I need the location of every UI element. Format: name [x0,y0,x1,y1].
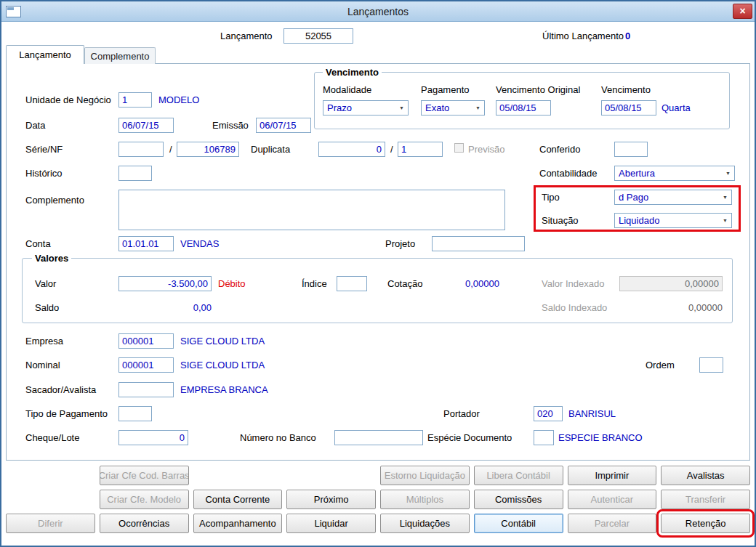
button-imprimir[interactable]: Imprimir [568,466,657,485]
button-libera-contabil: Libera Contábil [474,466,563,485]
historico-label: Histórico [25,169,63,179]
situacao-select[interactable]: Liquidado ▼ [614,213,732,228]
button-retencao[interactable]: Retenção [661,514,750,533]
nf-input[interactable] [177,142,239,157]
emissao-input[interactable] [256,118,311,133]
previsao-label: Previsão [468,145,505,155]
data-input[interactable] [118,118,174,133]
cotacao-label: Cotação [387,279,422,289]
duplicata2-input[interactable] [398,142,443,157]
serie-input[interactable] [118,142,164,157]
pagamento-value: Exato [425,102,449,113]
pagamento-select[interactable]: Exato ▼ [421,100,485,116]
saldo-indexado-label: Saldo Indexado [542,303,607,313]
valor-label: Valor [35,279,56,289]
especie-documento-desc: ESPECIE BRANCO [558,433,643,443]
window-title: Lançamentos [1,6,755,17]
button-acompanhamento[interactable]: Acompanhamento [193,514,283,533]
button-liquidar[interactable]: Liquidar [286,514,376,533]
duplicata-separator: / [390,145,393,155]
button-parcelar: Parcelar [568,514,657,533]
duplicata-label: Duplicata [251,145,290,155]
nominal-desc: SIGE CLOUD LTDA [180,360,265,370]
tab-complemento[interactable]: Complemento [84,47,156,64]
nominal-input[interactable] [118,357,174,373]
button-conta-corrente[interactable]: Conta Corrente [193,490,283,509]
sacador-avalista-input[interactable] [118,382,174,397]
pagamento-label: Pagamento [421,85,470,95]
projeto-input[interactable] [432,236,525,251]
valor-debito-tag: Débito [218,279,246,289]
titlebar[interactable]: Lançamentos × [1,1,755,22]
chevron-down-icon: ▼ [719,218,731,223]
modalidade-value: Prazo [327,102,352,113]
nominal-label: Nominal [25,360,60,370]
cotacao-value: 0,00000 [465,279,499,289]
portador-input[interactable] [534,406,563,421]
saldo-value: 0,00 [178,303,212,313]
empresa-input[interactable] [118,333,174,349]
empresa-label: Empresa [25,336,63,347]
vencimento-input[interactable] [601,100,656,116]
modalidade-select[interactable]: Prazo ▼ [323,100,409,116]
valor-input[interactable] [118,276,212,291]
tipo-pagamento-input[interactable] [118,406,152,421]
numero-banco-label: Número no Banco [240,433,316,443]
conferido-label: Conferido [539,145,580,155]
projeto-label: Projeto [385,239,415,249]
vencimento-weekday: Quarta [662,103,691,113]
button-criar-cfe-cod-barras: Criar Cfe Cod. Barras [100,466,189,485]
button-contabil[interactable]: Contábil [474,514,563,533]
portador-label: Portador [443,409,480,419]
indice-input[interactable] [337,276,367,291]
valor-indexado-input [619,276,723,291]
close-button[interactable]: × [733,4,752,19]
vencimento-original-label: Vencimento Original [496,85,580,95]
historico-input[interactable] [118,166,152,181]
unidade-negocio-input[interactable] [118,92,152,108]
button-ocorrencias[interactable]: Ocorrências [100,514,189,533]
ordem-input[interactable] [699,357,723,373]
numero-banco-input[interactable] [334,430,423,445]
button-comissoes[interactable]: Comissões [474,490,563,509]
button-estorno-liquidacao: Estorno Liquidação [380,466,470,485]
button-transferir: Transferir [661,490,750,509]
conferido-input[interactable] [614,142,648,157]
chevron-down-icon: ▼ [722,171,734,176]
button-avalistas[interactable]: Avalistas [661,466,750,485]
complemento-textarea[interactable] [118,190,505,230]
sacador-avalista-desc: EMPRESA BRANCA [180,385,268,395]
contabilidade-value: Abertura [619,168,655,179]
button-criar-cfe-modelo: Criar Cfe. Modelo [100,490,189,509]
chevron-down-icon: ▼ [472,105,484,110]
especie-documento-label: Espécie Documento [427,433,512,443]
sacador-avalista-label: Sacador/Avalista [25,385,96,395]
conta-input[interactable] [118,236,174,251]
emissao-label: Emissão [212,121,249,131]
serie-nf-label: Série/NF [25,145,63,155]
button-liquidacoes[interactable]: Liquidações [380,514,470,533]
button-proximo[interactable]: Próximo [286,490,376,509]
tab-lancamento[interactable]: Lançamento [6,45,84,64]
ultimo-lancamento-label: Último Lançamento [542,31,624,41]
especie-documento-input[interactable] [534,430,554,445]
vencimento-label: Vencimento [601,85,651,95]
cheque-lote-label: Cheque/Lote [25,433,79,443]
ordem-label: Ordem [646,360,675,370]
saldo-indexado-value: 0,00000 [654,303,723,313]
previsao-checkbox [454,143,464,153]
situacao-value: Liquidado [619,215,659,226]
chevron-down-icon: ▼ [719,195,731,200]
lancamento-number-input[interactable] [284,28,353,44]
cheque-lote-input[interactable] [118,430,188,445]
modalidade-label: Modalidade [323,85,371,95]
valores-group-title: Valores [32,253,71,264]
contabilidade-select[interactable]: Abertura ▼ [614,166,735,181]
lancamento-header-label: Lançamento [220,31,273,41]
vencimento-group-title: Vencimento [323,67,382,78]
conta-desc: VENDAS [180,239,219,249]
duplicata-input[interactable] [318,142,385,157]
tipo-select[interactable]: d Pago ▼ [614,190,732,205]
chevron-down-icon: ▼ [395,105,408,110]
vencimento-original-input[interactable] [496,100,551,116]
